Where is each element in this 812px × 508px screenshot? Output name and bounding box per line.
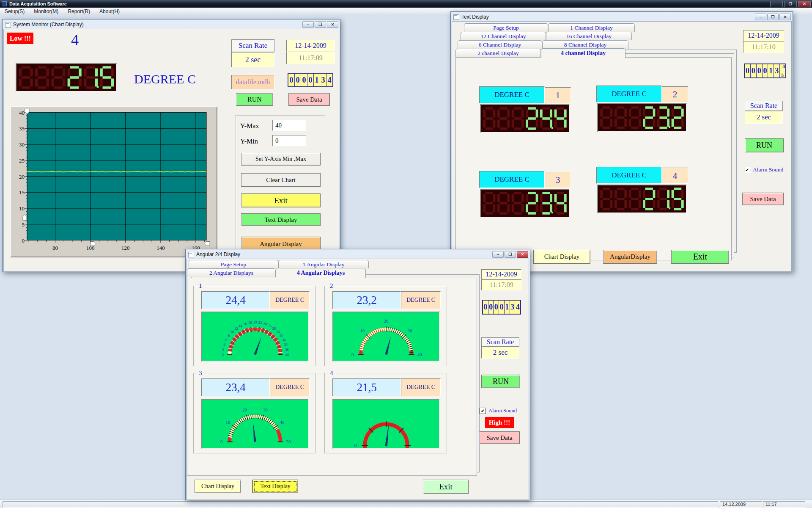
trend-chart[interactable]: 051015202530354080100120140160	[11, 107, 217, 257]
gauge-group-1: 1 24,4 DEGREE C 024681012141618202224262…	[193, 286, 316, 366]
text-window: Text Display – ❐ ✕ Page Setup 1 Channel …	[450, 11, 793, 272]
svg-text:5: 5	[22, 221, 25, 228]
restore-button[interactable]: ❐	[505, 251, 516, 258]
app-icon	[2, 1, 7, 6]
svg-text:34: 34	[282, 338, 286, 342]
tab-8-channel[interactable]: 8 Channel Display	[542, 40, 628, 49]
save-data-button[interactable]: Save Data	[479, 431, 520, 444]
tab-4-channel[interactable]: 4 channel Display	[541, 48, 625, 58]
text-display-button[interactable]: Text Display	[241, 213, 321, 226]
tab-4-angular[interactable]: 4 Angular Displays	[276, 268, 366, 278]
restore-button[interactable]: ❐	[767, 14, 779, 20]
menu-about[interactable]: About(H)	[95, 8, 124, 14]
text-window-title: Text Display	[461, 14, 489, 20]
svg-text:22: 22	[258, 320, 262, 325]
tab-12-channel[interactable]: 12 Channel Display	[461, 32, 546, 40]
channel-unit-label: DEGREE C	[596, 167, 662, 184]
gauge-value: 23,2	[332, 291, 401, 309]
tab-16-channel[interactable]: 16 Channel Display	[546, 32, 632, 40]
y-max-input[interactable]: 40	[272, 120, 306, 131]
form-icon	[5, 22, 11, 28]
clear-chart-button[interactable]: Clear Chart	[241, 173, 321, 187]
exit-button[interactable]: Exit	[423, 480, 469, 494]
svg-text:25: 25	[19, 157, 25, 164]
set-y-axis-button[interactable]: Set Y-Axis Min ,Max	[241, 153, 321, 166]
datafile-field[interactable]: datafile.mdb	[231, 75, 274, 89]
y-max-label: Y-Max	[240, 121, 266, 132]
svg-text:6: 6	[225, 338, 228, 342]
exit-button[interactable]: Exit	[671, 250, 729, 264]
svg-text:24: 24	[263, 322, 267, 326]
time-display: 11:17:09	[286, 52, 335, 64]
save-data-button[interactable]: Save Data	[742, 193, 784, 205]
tab-2-channel[interactable]: 2 channel Display	[455, 49, 541, 57]
chart-window-titlebar[interactable]: System Monitor (Chart Display) – ❐ ✕	[3, 20, 339, 29]
checkbox-checked-icon[interactable]: ✔	[744, 167, 750, 173]
svg-text:10: 10	[226, 420, 230, 425]
high-alarm-badge: High !!!	[485, 417, 514, 428]
minimize-button[interactable]: –	[755, 14, 766, 20]
angular-gauge: 01020304050	[201, 399, 309, 449]
angular-display-button[interactable]: AngularDisplay	[603, 250, 657, 264]
svg-text:36: 36	[284, 342, 288, 347]
tab-2-angular[interactable]: 2 Angular Displays	[187, 268, 276, 277]
tab-page-setup[interactable]: Page Setup	[189, 260, 278, 268]
svg-text:40: 40	[417, 352, 422, 357]
run-button[interactable]: RUN	[236, 93, 273, 106]
tab-1-channel[interactable]: 1 Channel Display	[548, 23, 635, 32]
scan-rate-label: Scan Rate	[231, 39, 274, 52]
gauge-unit: DEGREE C	[270, 291, 310, 309]
close-button[interactable]: ✕	[798, 1, 811, 7]
gauge-number: 4	[328, 369, 335, 377]
exit-button[interactable]: Exit	[241, 193, 321, 207]
tab-6-channel[interactable]: 6 Channel Display	[458, 40, 542, 49]
minimize-button[interactable]: –	[770, 1, 783, 7]
menu-monitor[interactable]: Monitor(M)	[29, 8, 63, 14]
svg-text:10: 10	[230, 330, 234, 334]
minimize-button[interactable]: –	[492, 251, 504, 258]
channel-unit-label: DEGREE C	[596, 86, 662, 102]
svg-text:20: 20	[253, 320, 257, 324]
svg-text:35: 35	[19, 125, 25, 132]
scan-rate-value: 2 sec	[231, 52, 274, 67]
angular-window-titlebar[interactable]: Angular 2/4 Display – ❐ ✕	[187, 250, 529, 259]
channel-number: 4	[66, 30, 83, 50]
restore-button[interactable]: ❐	[784, 1, 797, 7]
save-data-button[interactable]: Save Data	[288, 93, 330, 106]
scan-rate-label: Scan Rate	[745, 101, 783, 111]
y-min-input[interactable]: 0	[272, 135, 306, 146]
tab-page-setup[interactable]: Page Setup	[464, 23, 548, 32]
svg-text:30: 30	[408, 329, 412, 333]
chart-window-body: Low !!! 4 DEGREE C Scan Rate 2 sec dataf…	[3, 29, 339, 272]
text-window-titlebar[interactable]: Text Display – ❐ ✕	[452, 13, 792, 21]
scan-rate-value: 2 sec	[481, 347, 519, 359]
svg-text:15: 15	[19, 189, 25, 196]
svg-text:20: 20	[384, 319, 389, 323]
status-empty-panel	[3, 501, 718, 508]
status-bar: 14.12.2009 11:17	[0, 500, 812, 508]
text-display-button[interactable]: Text Display	[252, 480, 298, 493]
menu-report[interactable]: Report(R)	[63, 8, 95, 14]
channel-unit-1: DEGREE C 1	[479, 86, 571, 134]
tab-1-angular[interactable]: 1 Angular Display	[278, 260, 369, 268]
close-button[interactable]: ✕	[327, 21, 338, 28]
close-button[interactable]: ✕	[779, 14, 791, 20]
run-button[interactable]: RUN	[745, 138, 784, 152]
alarm-sound-checkbox-row[interactable]: ✔ Alarm Sound	[480, 408, 517, 414]
checkbox-checked-icon[interactable]: ✔	[480, 408, 486, 414]
svg-text:38: 38	[285, 348, 289, 352]
menu-setup[interactable]: Setup(S)	[0, 8, 29, 14]
svg-text:12: 12	[234, 326, 238, 331]
app-titlebar: Data Acquisition Software – ❐ ✕	[0, 0, 812, 8]
run-button[interactable]: RUN	[481, 375, 520, 388]
close-button[interactable]: ✕	[517, 251, 528, 258]
chart-display-button[interactable]: Chart Display	[195, 480, 241, 493]
maximize-button[interactable]: ❐	[315, 21, 326, 28]
4-channel-panel: DEGREE C 1 DEGREE C 2 DEGREE C 3 DEGREE …	[455, 57, 732, 260]
gauge-unit: DEGREE C	[401, 378, 441, 396]
chart-display-button[interactable]: Chart Display	[533, 250, 590, 264]
alarm-sound-checkbox-row[interactable]: ✔ Alarm Sound	[744, 166, 783, 173]
form-icon	[188, 252, 194, 257]
minimize-button[interactable]: –	[302, 21, 314, 28]
angular-gauge: 0	[332, 399, 440, 449]
